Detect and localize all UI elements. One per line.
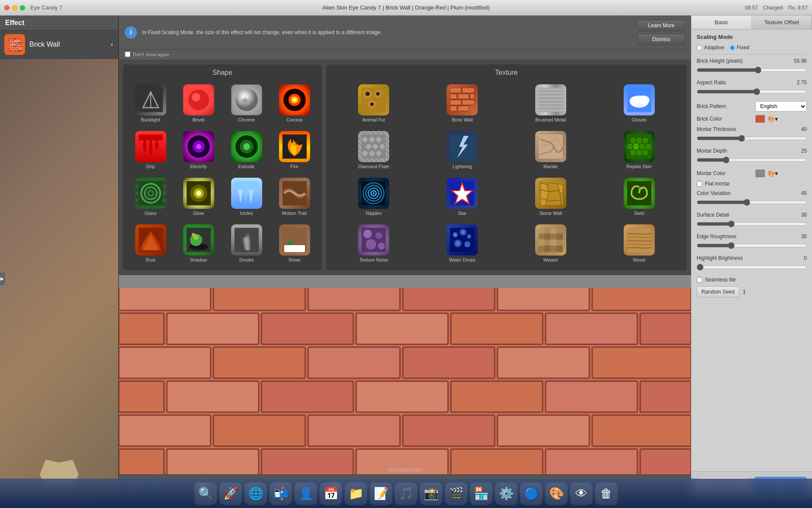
highlight-brightness-param: Highlight Brightness 0 [697, 255, 807, 272]
dock-photos[interactable]: 📸 [420, 482, 442, 505]
svg-rect-178 [119, 381, 164, 412]
effect-bevel[interactable]: Bevel [175, 81, 222, 126]
effect-brick-wall-texture[interactable]: Brick Wall [419, 81, 506, 126]
brick-color-picker-icon[interactable]: 🎨▾ [768, 115, 778, 122]
surface-detail-slider[interactable] [697, 220, 807, 227]
svg-point-133 [456, 241, 460, 246]
effect-weave[interactable]: Weave [508, 221, 594, 266]
flat-mortar-checkbox[interactable] [697, 181, 702, 187]
dock-chrome[interactable]: 🔵 [520, 482, 542, 505]
effect-wood[interactable]: Wood [596, 221, 682, 266]
effect-texture-noise[interactable]: Texture Noise [330, 221, 417, 266]
effect-motion-trail[interactable]: Motion Trail [271, 174, 317, 219]
dock-imovie[interactable]: 🎬 [445, 482, 467, 505]
effect-electrify[interactable]: Electrify [175, 128, 222, 173]
effect-clouds[interactable]: Clouds [596, 81, 682, 126]
svg-rect-59 [462, 100, 474, 105]
effect-drip[interactable]: Drip [127, 128, 174, 173]
effect-lightning[interactable]: Lightning [419, 128, 506, 173]
dont-show-label: Don't show again [133, 52, 169, 57]
svg-point-125 [378, 243, 385, 249]
svg-point-102 [642, 149, 649, 156]
brick-color-swatch[interactable] [755, 115, 765, 123]
edge-roughness-slider[interactable] [697, 242, 807, 249]
dock-trash[interactable]: 🗑 [595, 482, 618, 505]
svg-rect-61 [458, 106, 469, 111]
mortar-color-picker-icon[interactable]: 🎨▾ [768, 170, 778, 177]
tab-basic[interactable]: Basic [691, 16, 752, 29]
effect-backlight[interactable]: Backlight [127, 81, 174, 126]
effect-icicles[interactable]: Icicles [223, 174, 270, 219]
random-seed-button[interactable]: Random Seed [697, 286, 739, 297]
dock-systemprefs[interactable]: ⚙️ [495, 482, 517, 505]
dock-calendar[interactable]: 📅 [320, 482, 342, 505]
learn-more-button[interactable]: Learn More [638, 20, 685, 31]
color-variation-slider[interactable] [697, 199, 807, 206]
effect-selector[interactable]: 🧱 Brick Wall ▼ [0, 31, 118, 59]
surface-detail-value: 30 [790, 212, 807, 218]
svg-rect-166 [167, 313, 259, 344]
dock-notes[interactable]: 📝 [370, 482, 392, 505]
highlight-brightness-slider[interactable] [697, 264, 807, 271]
mortar-thickness-slider[interactable] [697, 135, 807, 142]
dock-photoshop[interactable]: 🎨 [545, 482, 568, 505]
surface-detail-param: Surface Detail 30 [697, 212, 807, 229]
dock-contacts[interactable]: 👤 [295, 482, 317, 505]
close-button[interactable] [4, 5, 10, 10]
dock-safari[interactable]: 🌐 [244, 482, 267, 505]
effect-extrude[interactable]: Extrude [223, 128, 270, 173]
texture-title: Texture [330, 69, 682, 77]
effect-star[interactable]: Star [419, 174, 506, 219]
mortar-depth-slider[interactable] [697, 157, 807, 163]
dont-show-checkbox[interactable] [125, 51, 130, 57]
dock-finder2[interactable]: 📁 [345, 482, 367, 505]
svg-point-51 [370, 102, 374, 106]
effect-diamond-plate[interactable]: Diamond Plate [330, 128, 417, 173]
highlight-brightness-label: Highlight Brightness [697, 255, 753, 261]
dock-launchpad[interactable]: 🚀 [219, 482, 242, 505]
adaptive-radio-option[interactable]: Adaptive [697, 45, 724, 51]
dock-mail[interactable]: 📬 [270, 482, 292, 505]
aspect-ratio-slider[interactable] [697, 88, 807, 95]
effect-brushed-metal[interactable]: Brushed Metal [508, 81, 594, 126]
effect-chrome[interactable]: ★ Chrome [223, 81, 270, 126]
adaptive-radio[interactable] [697, 45, 702, 51]
effect-shadow[interactable]: Shadow [175, 221, 222, 266]
effect-glass[interactable]: Glass [127, 174, 174, 219]
seamless-tile-checkbox[interactable] [697, 277, 702, 283]
dismiss-button[interactable]: Dismiss [638, 34, 685, 45]
effect-stone-wall[interactable]: Stone Wall [508, 174, 594, 219]
effect-corona[interactable]: Corona [271, 81, 317, 126]
app-name: Eye Candy 7 [30, 4, 62, 11]
tab-texture-offset[interactable]: Texture Offset [752, 16, 812, 29]
effect-swirl[interactable]: Swirl [596, 174, 682, 219]
svg-point-95 [642, 137, 649, 144]
fixed-radio[interactable] [730, 45, 735, 51]
effect-smoke[interactable]: Smoke [223, 221, 270, 266]
brick-pattern-select[interactable]: English Flemish Running Stack [755, 101, 807, 112]
dock-eye-candy[interactable]: 👁 [570, 482, 593, 505]
effect-fire[interactable]: Fire [271, 128, 317, 173]
effect-marble[interactable]: Marble [508, 128, 594, 173]
effect-reptile-skin[interactable]: Reptile Skin [596, 128, 682, 173]
brick-height-param: Brick Height (pixels) 55.96 [697, 58, 807, 75]
effect-animal-fur[interactable]: Animal Fur [330, 81, 417, 126]
dock-appstore[interactable]: 🏪 [470, 482, 492, 505]
effect-ripples[interactable]: Ripples [330, 174, 417, 219]
title-bar: Eye Candy 7 Alien Skin Eye Candy 7 | Bri… [0, 0, 812, 16]
effect-snow[interactable]: 🌲 Snow [271, 221, 317, 266]
brick-height-slider[interactable] [697, 67, 807, 73]
brushed-metal-icon [535, 84, 566, 115]
info-text: In Fixed Scaling Mode, the size of this … [142, 29, 632, 36]
effect-glow[interactable]: Glow [175, 174, 222, 219]
minimize-button[interactable] [12, 5, 17, 10]
mortar-color-swatch[interactable] [755, 169, 765, 177]
dock-finder[interactable]: 🔍 [194, 482, 217, 505]
maximize-button[interactable] [20, 5, 25, 10]
dock-music[interactable]: 🎵 [395, 482, 417, 505]
effect-water-drops[interactable]: Water Drops [419, 221, 506, 266]
expand-sidebar-button[interactable]: ▶ [0, 272, 5, 285]
mortar-depth-value: 25 [790, 148, 807, 154]
fixed-radio-option[interactable]: Fixed [730, 45, 749, 51]
effect-rust[interactable]: Rust [127, 221, 174, 266]
